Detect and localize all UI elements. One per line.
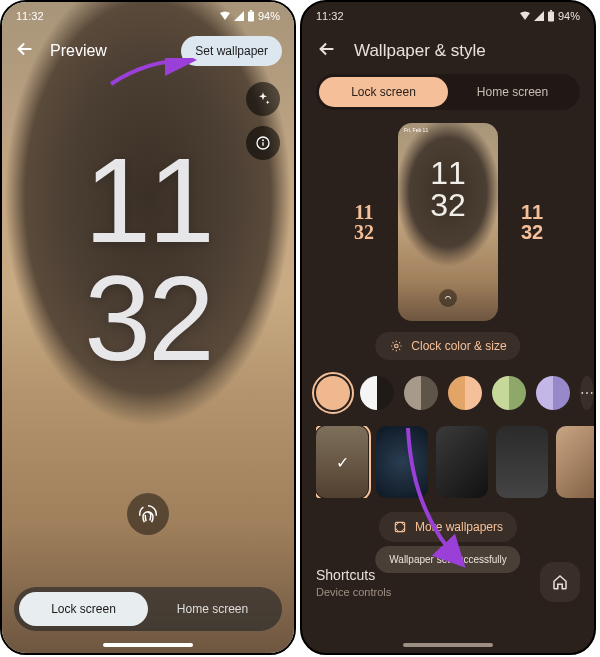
sparkle-icon <box>255 91 271 107</box>
clock-color-size-button[interactable]: Clock color & size <box>375 332 520 360</box>
mini-fingerprint-icon <box>439 289 457 307</box>
battery-icon <box>247 10 255 22</box>
nav-handle[interactable] <box>103 643 193 647</box>
lock-clock: 11 32 <box>84 142 211 377</box>
battery-pct: 94% <box>258 10 280 22</box>
home-icon <box>551 573 569 591</box>
wifi-icon <box>519 11 531 21</box>
preview-action-column <box>246 82 280 160</box>
effects-button[interactable] <box>246 82 280 116</box>
more-colors-button[interactable]: ⋯ <box>580 376 594 410</box>
color-swatch-2[interactable] <box>404 376 438 410</box>
more-wallpapers-label: More wallpapers <box>415 520 503 534</box>
preview-screen: 11:32 94% Preview Set wallpaper 11 32 Lo <box>0 0 296 655</box>
wallpaper-style-screen: 11:32 94% Wallpaper & style Lock screen … <box>300 0 596 655</box>
svg-rect-5 <box>548 12 554 22</box>
clock-style-row: 11 32 Fri, Feb 11 11 32 11 32 <box>302 122 594 322</box>
nav-handle[interactable] <box>403 643 493 647</box>
style-header: Wallpaper & style <box>302 38 594 64</box>
svg-rect-6 <box>550 10 552 12</box>
battery-icon <box>547 10 555 22</box>
wallpaper-icon <box>393 520 407 534</box>
svg-point-4 <box>263 140 264 141</box>
back-arrow-icon[interactable] <box>14 38 36 64</box>
wallpaper-thumb-row <box>316 426 594 498</box>
wallpaper-thumb-0[interactable] <box>316 426 368 498</box>
clock-style-option-left[interactable]: 11 32 <box>344 192 384 252</box>
clock-color-size-label: Clock color & size <box>411 339 506 353</box>
more-wallpapers-button[interactable]: More wallpapers <box>379 512 517 542</box>
color-swatch-4[interactable] <box>492 376 526 410</box>
preview-target-tabs: Lock screen Home screen <box>14 587 282 631</box>
color-swatch-0[interactable] <box>316 376 350 410</box>
status-bar: 11:32 94% <box>2 2 294 30</box>
svg-point-7 <box>395 344 399 348</box>
back-arrow-icon[interactable] <box>316 38 338 64</box>
toast-message: Wallpaper set successfully <box>375 546 520 573</box>
screen-tabs: Lock screen Home screen <box>316 74 580 110</box>
status-right: 94% <box>519 10 580 22</box>
tab-home-screen[interactable]: Home screen <box>448 77 577 107</box>
wallpaper-thumb-3[interactable] <box>496 426 548 498</box>
wallpaper-thumb-2[interactable] <box>436 426 488 498</box>
color-swatch-5[interactable] <box>536 376 570 410</box>
shortcut-home-button[interactable] <box>540 562 580 602</box>
fingerprint-icon <box>137 503 159 525</box>
set-wallpaper-button[interactable]: Set wallpaper <box>181 36 282 66</box>
tab-lock-screen[interactable]: Lock screen <box>319 77 448 107</box>
signal-icon <box>534 11 544 21</box>
status-right: 94% <box>219 10 280 22</box>
preview-header: Preview Set wallpaper <box>2 36 294 66</box>
status-time: 11:32 <box>316 10 344 22</box>
shortcuts-subtitle: Device controls <box>316 586 540 598</box>
mini-date: Fri, Feb 11 <box>398 123 498 137</box>
info-icon <box>255 135 271 151</box>
signal-icon <box>234 11 244 21</box>
clock-minutes: 32 <box>84 260 211 378</box>
clock-style-option-right[interactable]: 11 32 <box>512 192 552 252</box>
color-swatch-row: ⋯ <box>316 376 580 410</box>
mini-clock: 11 32 <box>430 157 466 221</box>
color-swatch-3[interactable] <box>448 376 482 410</box>
status-bar: 11:32 94% <box>302 2 594 30</box>
fingerprint-button[interactable] <box>127 493 169 535</box>
wallpaper-thumb-1[interactable] <box>376 426 428 498</box>
clock-hours: 11 <box>84 142 211 260</box>
palette-icon <box>389 339 403 353</box>
battery-pct: 94% <box>558 10 580 22</box>
color-swatch-1[interactable] <box>360 376 394 410</box>
tab-lock-screen[interactable]: Lock screen <box>19 592 148 626</box>
svg-rect-1 <box>250 10 252 12</box>
page-title: Preview <box>50 42 181 60</box>
tab-home-screen[interactable]: Home screen <box>148 592 277 626</box>
wallpaper-thumb-4[interactable] <box>556 426 594 498</box>
wifi-icon <box>219 11 231 21</box>
lock-screen-mini-preview[interactable]: Fri, Feb 11 11 32 <box>398 123 498 321</box>
page-title: Wallpaper & style <box>354 41 580 61</box>
svg-rect-0 <box>248 12 254 22</box>
status-time: 11:32 <box>16 10 44 22</box>
svg-rect-8 <box>395 522 404 531</box>
info-button[interactable] <box>246 126 280 160</box>
